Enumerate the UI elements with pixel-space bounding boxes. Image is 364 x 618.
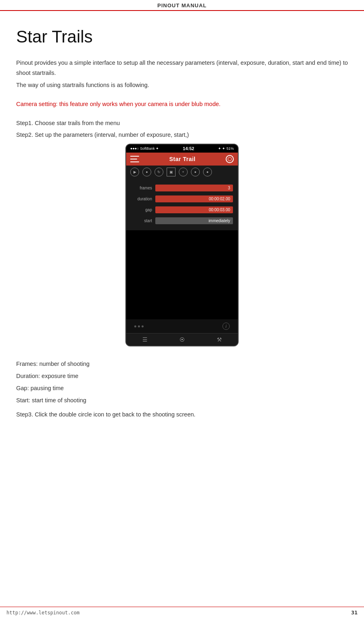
footer-url: http://www.letspinout.com xyxy=(6,610,80,616)
timer-icon: ● xyxy=(142,168,151,176)
nav-line-2 xyxy=(130,159,137,159)
three-dots xyxy=(134,325,144,327)
status-time: 14:52 xyxy=(183,146,194,151)
frames-label: frames xyxy=(131,186,152,190)
start-value: immediately xyxy=(155,217,233,224)
phone-tab-bar: ☰ ☉ ⚒ xyxy=(126,333,238,346)
page-footer: http://www.letspinout.com 31 xyxy=(0,607,364,618)
phone-params: frames 3 duration 00:00:02.00 gap 00:00:… xyxy=(126,178,238,230)
phone-status-bar: ●●●○ SoftBank ✦ 14:52 ✦ ✦ 51% xyxy=(126,144,238,153)
start-row: start immediately xyxy=(126,215,238,226)
intro-paragraph: Pinout provides you a simple interface t… xyxy=(16,58,348,78)
nav-line-1 xyxy=(130,156,139,157)
nav-line-3 xyxy=(130,161,139,162)
step1-text: Step1. Choose star trails from the menu xyxy=(16,119,348,128)
step2-text: Step2. Set up the parameters (interval, … xyxy=(16,130,348,140)
duration-row: duration 00:00:02.00 xyxy=(126,193,238,204)
duration-label: duration xyxy=(131,197,152,201)
start-label: start xyxy=(131,219,152,223)
intro-line2: The way of using startrails functions is… xyxy=(16,80,348,90)
phone-body xyxy=(126,230,238,319)
camera-note: Camera setting: this feature only works … xyxy=(16,100,348,109)
phone-bottom-dots: i xyxy=(126,319,238,333)
gap-row: gap 00:00:03.00 xyxy=(126,204,238,215)
list-tab-icon: ☰ xyxy=(142,336,148,343)
explanation-start: Start: start time of shooting xyxy=(16,395,348,406)
dot-1 xyxy=(134,325,136,327)
frames-value: 3 xyxy=(155,185,233,191)
status-left: ●●●○ SoftBank ✦ xyxy=(130,147,159,151)
duration-value: 00:00:02.00 xyxy=(155,195,233,202)
header-title: PINOUT MANUAL xyxy=(157,2,207,8)
hamburger-icon xyxy=(130,156,139,162)
camera-mode-icon: ▶ xyxy=(130,168,139,176)
gap-value: 00:00:03.00 xyxy=(155,206,233,213)
phone-mockup-container: ●●●○ SoftBank ✦ 14:52 ✦ ✦ 51% Star Trail… xyxy=(16,144,348,346)
phone-nav-bar: Star Trail xyxy=(126,153,238,166)
phone-icon-row: ▶ ● ↻ ▣ + ● ● xyxy=(126,166,238,178)
arrow-icon: ↻ xyxy=(154,168,163,176)
camera-tab-icon: ☉ xyxy=(180,336,185,343)
gap-label: gap xyxy=(131,208,152,212)
explanation-duration: Duration: exposure time xyxy=(16,371,348,381)
phone-mockup: ●●●○ SoftBank ✦ 14:52 ✦ ✦ 51% Star Trail… xyxy=(125,144,239,346)
page-title: Star Trails xyxy=(16,27,348,47)
phone-icon: ▣ xyxy=(167,168,176,176)
main-content: Star Trails Pinout provides you a simple… xyxy=(0,11,364,444)
camera-icon xyxy=(226,155,234,163)
nav-title: Star Trail xyxy=(169,156,196,162)
dot-2 xyxy=(138,325,140,327)
page-number: 31 xyxy=(351,610,358,616)
person-icon: ● xyxy=(203,168,212,176)
page-header: PINOUT MANUAL xyxy=(0,0,364,11)
frames-row: frames 3 xyxy=(126,183,238,193)
step3-text: Step3. Click the double circle icon to g… xyxy=(16,410,348,420)
dot-3 xyxy=(142,325,144,327)
plus-icon: + xyxy=(179,168,188,176)
status-right: ✦ ✦ 51% xyxy=(218,147,234,151)
info-icon: i xyxy=(222,323,230,330)
settings-tab-icon: ⚒ xyxy=(217,336,222,343)
location-icon: ● xyxy=(191,168,200,176)
explanation-frames: Frames: number of shooting xyxy=(16,359,348,369)
explanation-gap: Gap: pausing time xyxy=(16,383,348,393)
